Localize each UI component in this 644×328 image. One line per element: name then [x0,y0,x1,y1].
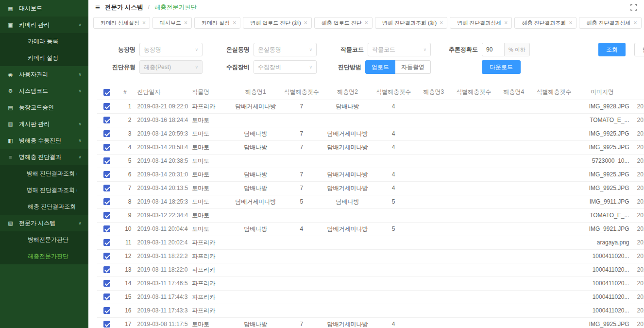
row-checkbox[interactable] [103,321,110,328]
sidebar-item[interactable]: ▣ 카메라 관리 ∧ [0,17,88,33]
sidebar-item[interactable]: 해충전문가판단 [0,248,88,264]
tab-close-icon[interactable]: × [233,20,236,26]
tab-close-icon[interactable]: × [569,20,572,26]
fullscreen-icon[interactable] [630,4,637,11]
tab[interactable]: 대시보드 × [153,17,192,29]
row-checkbox[interactable] [103,266,110,273]
tab-close-icon[interactable]: × [365,20,368,26]
tab-label: 카메라 상세설정 [101,19,139,27]
table-row[interactable]: 2 2019-03-16 18:24:43 토마토 TOMATO_E_... [97,113,644,127]
table-row[interactable]: 7 2019-03-14 20:13:53 토마토 담배나방 7 담배거세미나방… [97,181,644,195]
tab[interactable]: 카메라 설정 × [194,17,240,29]
table-row[interactable]: 1 2019-03-21 09:22:00 파프리카 담배거세미나방 7 담배나… [97,100,644,113]
cell-num: 2 [117,113,133,127]
diagnosis-type-select[interactable]: 해충(Pest) ∨ [139,60,203,74]
row-checkbox[interactable] [103,307,110,314]
cell-crop: 토마토 [188,154,229,168]
sidebar-item[interactable]: 병해전문가판단 [0,231,88,248]
sidebar-item[interactable]: 병해 진단결과조회 (舊) [0,182,88,198]
table-row[interactable]: 13 2019-03-11 18:22:03 파프리카 1000411020 [97,263,644,276]
table-row[interactable]: 17 2019-03-08 11:17:59 토마토 담배나방 7 담배거세미나… [97,317,644,328]
tab[interactable]: 해충 진단결과상세 × [579,17,641,29]
row-checkbox[interactable] [103,103,110,110]
table-row[interactable]: 5 2019-03-14 20:38:56 토마토 5723000_10.. [97,154,644,168]
farm-select[interactable]: 농장명 ∨ [139,43,203,56]
table-row[interactable]: 3 2019-03-14 20:59:38 토마토 담배나방 7 담배거세미나방… [97,127,644,140]
sidebar-item[interactable]: 해충 진단결과조회 [0,198,88,215]
row-checkbox[interactable] [103,130,110,137]
row-checkbox[interactable] [103,280,110,287]
row-checkbox[interactable] [103,144,110,151]
sidebar-item[interactable]: ◧ 병해충 수동진단 ∨ [0,132,88,149]
table-row[interactable]: 8 2019-03-14 18:25:32 토마토 담배거세미나방 5 담배나방… [97,195,644,208]
row-checkbox[interactable] [103,198,110,205]
menu-toggle-icon[interactable]: ≡ [95,3,100,12]
tab-close-icon[interactable]: × [504,20,508,26]
cell-pest1 [229,290,282,304]
row-checkbox[interactable] [103,185,110,191]
sidebar-item[interactable]: ▥ 게시판 관리 ∨ [0,116,88,132]
cell-image: 1000411020... [574,276,631,290]
tab-label: 해충 업로드 진단 [322,19,362,27]
accuracy-input[interactable] [482,43,504,56]
row-checkbox[interactable] [103,239,110,246]
sidebar-item[interactable]: 카메라 등록 [0,33,88,50]
tab[interactable]: 병해 업로드 진단 (新) × [243,17,312,29]
crop-code-select[interactable]: 작물코드 ∨ [368,43,431,56]
table-row[interactable]: 11 2019-03-11 20:02:41 파프리카 aragaya.pn [97,236,644,249]
sidebar-item[interactable]: ▧ 전문가 시스템 ∧ [0,215,88,231]
tab-close-icon[interactable]: × [184,20,187,26]
row-checkbox[interactable] [103,253,110,259]
cell-crop: 토마토 [188,208,229,222]
cell-cnt2 [374,249,413,263]
table-row[interactable]: 14 2019-03-11 17:46:58 파프리카 1000411020 [97,276,644,290]
tab-close-icon[interactable]: × [440,20,443,26]
sidebar-item[interactable]: ▤ 농장코드승인 [0,99,88,116]
tab[interactable]: 해충 진단결과조회 × [514,17,576,29]
table-row[interactable]: 10 2019-03-11 20:04:40 토마토 담배나방 4 담배거세미나… [97,222,644,236]
tab-close-icon[interactable]: × [634,20,637,26]
row-checkbox[interactable] [103,225,110,232]
auto-capture-method-button[interactable]: 자동촬영 [395,60,431,74]
sidebar-item-label: 해충 진단결과조회 [28,203,76,211]
table-row[interactable]: 6 2019-03-14 20:31:03 토마토 담배나방 7 담배거세미나방… [97,168,644,181]
close-button[interactable]: 닫기 [634,43,644,56]
search-button[interactable]: 조회 [598,43,626,56]
sidebar-item[interactable]: 카메라 설정 [0,50,88,66]
cell-cnt4 [534,249,574,263]
cell-pest2: 담배거세미나방 [321,181,374,195]
upload-method-button[interactable]: 업로드 [365,60,395,74]
sidebar-item-label: 농장코드승인 [19,104,54,112]
greenhouse-select[interactable]: 온실동명 ∨ [254,43,317,56]
row-checkbox[interactable] [103,157,110,164]
row-checkbox[interactable] [103,171,110,178]
sidebar-item[interactable]: ⚙ 시스템코드 ∨ [0,83,88,99]
row-checkbox[interactable] [103,293,110,300]
cell-cnt1 [282,154,322,168]
row-checkbox[interactable] [103,117,110,123]
sidebar-item[interactable]: ≡ 병해충 진단결과 ∧ [0,149,88,165]
cell-crop: 파프리카 [188,290,229,304]
tab-close-icon[interactable]: × [142,20,146,26]
sidebar-item[interactable]: ◉ 사용자관리 ∨ [0,66,88,83]
table-row[interactable]: 12 2019-03-11 18:22:20 파프리카 1000411020 [97,249,644,263]
tab-close-icon[interactable]: × [304,20,307,26]
table-row[interactable]: 9 2019-03-12 22:34:44 토마토 TOMATO_E_... [97,208,644,222]
sidebar-item-label: 카메라 설정 [28,54,58,62]
tab[interactable]: 해충 업로드 진단 × [314,17,373,29]
table-row[interactable]: 16 2019-03-11 17:43:34 파프리카 1000411020 [97,304,644,317]
sidebar-item[interactable]: 병해 진단결과조회 (新) [0,165,88,182]
tab[interactable]: 카메라 상세설정 × [93,17,150,29]
cell-pest3 [413,290,454,304]
table-row[interactable]: 15 2019-03-11 17:44:33 파프리카 1000411020 [97,290,644,304]
device-select[interactable]: 수집장비 ∨ [254,60,317,74]
tab[interactable]: 병해 진단결과상세 × [450,17,512,29]
tab[interactable]: 병해 진단결과조회 (新) × [375,17,447,29]
download-button[interactable]: 다운로드 [482,60,521,74]
cell-pest2 [321,290,374,304]
select-all-checkbox[interactable] [103,89,110,96]
row-checkbox[interactable] [103,212,110,219]
table-row[interactable]: 4 2019-03-14 20:58:46 토마토 담배나방 7 담배거세미나방… [97,140,644,154]
sidebar-item[interactable]: ▦ 대시보드 [0,0,88,17]
farm-label: 농장명 [88,46,136,54]
